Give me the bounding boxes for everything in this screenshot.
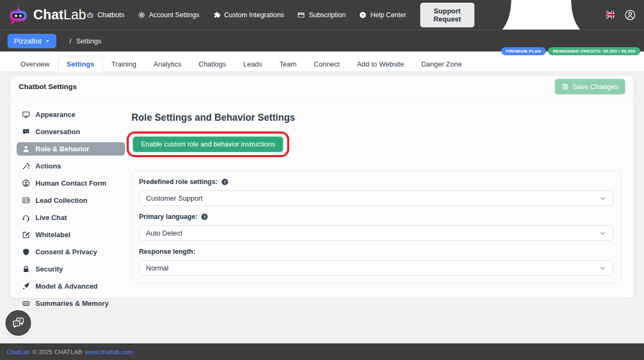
puzzle-icon — [213, 11, 221, 19]
card-title: Chatbot Settings — [19, 83, 77, 91]
svg-text:?: ? — [362, 12, 364, 17]
nav-item-account-settings[interactable]: Account Settings — [138, 11, 200, 19]
remaining-credits-badge: REMAINING CREDITS: 50,000 / 50,000 — [548, 47, 640, 55]
primary-language-select[interactable]: Auto Detect — [139, 225, 613, 241]
breadcrumb-separator: / — [69, 37, 71, 45]
tab-team[interactable]: Team — [271, 56, 305, 72]
pencil-square-icon — [22, 231, 30, 239]
tab-chatlogs[interactable]: Chatlogs — [190, 56, 235, 72]
page-body: Chatbot Settings Save Changes Appearance… — [0, 72, 644, 298]
role-settings-form: Predefined role settings: ? Customer Sup… — [131, 171, 621, 283]
tab-connect[interactable]: Connect — [305, 56, 348, 72]
chatlab-logo[interactable]: ChatLab — [9, 4, 86, 26]
sidebar-item-whitelabel[interactable]: Whitelabel — [17, 228, 125, 241]
id-card-icon — [22, 196, 30, 204]
chatlab-robot-logo-icon — [9, 4, 28, 26]
card-body: Appearance Conversation Role & Behavior … — [10, 98, 634, 314]
annotation-highlight: Enable custom role and behavior instruct… — [127, 131, 289, 157]
person-circle-icon — [22, 179, 30, 187]
nav-item-help-center[interactable]: ? Help Center — [359, 11, 406, 19]
tab-add-to-website[interactable]: Add to Website — [348, 56, 413, 72]
field-label: Primary language: ? — [139, 213, 613, 221]
bot-selector-dropdown[interactable]: PizzaBot — [8, 34, 56, 48]
sidebar-item-summaries-memory[interactable]: Summaries & Memory — [17, 297, 125, 310]
footer-brand-link[interactable]: ChatLab — [6, 349, 30, 355]
footer-copyright: © 2025 CHATLAB — [32, 349, 82, 355]
svg-text:?: ? — [203, 215, 206, 219]
page-title: Role Settings and Behavior Settings — [131, 112, 621, 123]
sidebar-item-consent-privacy[interactable]: Consent & Privacy — [17, 245, 125, 259]
breadcrumb-current: Settings — [76, 37, 101, 45]
card-header: Chatbot Settings Save Changes — [10, 76, 634, 98]
breadcrumb-bar: PizzaBot / Settings PREMIUM PLAN REMAINI… — [0, 30, 644, 52]
chevron-down-icon — [599, 195, 606, 202]
field-label: Response length: — [139, 248, 613, 255]
svg-text:?: ? — [223, 180, 226, 185]
response-length-select[interactable]: Normal — [139, 260, 613, 276]
field-response-length: Response length: Normal — [139, 248, 613, 276]
support-request-button[interactable]: Support Request — [420, 3, 474, 27]
robot-icon — [86, 11, 94, 19]
nav-item-custom-integrations[interactable]: Custom Integrations — [213, 11, 284, 19]
headset-icon — [22, 214, 30, 222]
plan-badges: PREMIUM PLAN REMAINING CREDITS: 50,000 /… — [501, 47, 640, 55]
svg-text:?: ? — [19, 318, 21, 323]
tab-training[interactable]: Training — [103, 56, 144, 72]
wand-icon — [22, 162, 30, 170]
field-predefined-role: Predefined role settings: ? Customer Sup… — [139, 178, 613, 206]
memory-chip-icon — [22, 299, 30, 307]
sidebar-item-conversation[interactable]: Conversation — [17, 125, 125, 138]
sidebar-item-human-contact-form[interactable]: Human Contact Form — [17, 177, 125, 190]
nav-item-chatbots[interactable]: Chatbots — [86, 11, 125, 19]
tab-danger-zone[interactable]: Danger Zone — [413, 56, 471, 72]
user-avatar[interactable] — [625, 7, 635, 23]
language-flag-uk-icon[interactable] — [606, 11, 614, 19]
sidebar-item-role-behavior[interactable]: Role & Behavior — [17, 142, 125, 156]
predefined-role-select[interactable]: Customer Support — [139, 190, 613, 206]
nav-item-subscription[interactable]: Subscription — [297, 11, 346, 19]
sidebar-item-model-advanced[interactable]: Model & Advanced — [17, 280, 125, 293]
sidebar-item-security[interactable]: Security — [17, 262, 125, 276]
chat-bubble-icon — [22, 128, 30, 136]
help-chat-widget-button[interactable]: ? — [5, 310, 31, 336]
save-changes-button[interactable]: Save Changes — [555, 79, 625, 94]
lock-icon — [22, 265, 30, 273]
chatlab-logo-text: ChatLab — [33, 7, 86, 23]
premium-plan-badge: PREMIUM PLAN — [501, 47, 546, 55]
top-navbar: ChatLab Chatbots Account Settings Custom… — [0, 0, 644, 30]
settings-sidebar: Appearance Conversation Role & Behavior … — [17, 108, 125, 314]
enable-custom-role-button[interactable]: Enable custom role and behavior instruct… — [133, 136, 283, 152]
shield-icon — [22, 248, 30, 256]
gear-icon — [138, 11, 145, 19]
sidebar-item-lead-collection[interactable]: Lead Collection — [17, 194, 125, 207]
breadcrumb: / Settings — [69, 37, 101, 45]
tab-overview[interactable]: Overview — [12, 56, 58, 72]
role-settings-panel: Role Settings and Behavior Settings Enab… — [125, 108, 621, 314]
caret-down-icon — [45, 39, 50, 43]
sidebar-item-actions[interactable]: Actions — [17, 159, 125, 173]
main-nav: Chatbots Account Settings Custom Integra… — [86, 11, 406, 19]
help-icon[interactable]: ? — [201, 213, 208, 221]
tab-settings[interactable]: Settings — [58, 56, 103, 72]
save-icon — [562, 83, 569, 90]
rocket-icon — [22, 282, 30, 290]
footer: ChatLab © 2025 CHATLAB www.chatlab.com — [0, 343, 644, 360]
help-circle-icon: ? — [359, 11, 367, 19]
tab-analytics[interactable]: Analytics — [145, 56, 190, 72]
field-primary-language: Primary language: ? Auto Detect — [139, 213, 613, 241]
chatbot-settings-card: Chatbot Settings Save Changes Appearance… — [10, 75, 634, 298]
monitor-icon — [22, 111, 30, 119]
chevron-down-icon — [599, 265, 606, 272]
person-icon — [22, 145, 30, 153]
sidebar-item-appearance[interactable]: Appearance — [17, 108, 125, 121]
chat-bubbles-icon: ? — [11, 316, 25, 330]
credit-card-icon — [297, 11, 305, 19]
chevron-down-icon — [599, 230, 606, 237]
field-label: Predefined role settings: ? — [139, 178, 613, 186]
footer-site-link[interactable]: www.chatlab.com — [85, 349, 133, 355]
help-icon[interactable]: ? — [221, 178, 229, 186]
sidebar-item-live-chat[interactable]: Live Chat — [17, 211, 125, 224]
tab-leads[interactable]: Leads — [235, 56, 270, 72]
